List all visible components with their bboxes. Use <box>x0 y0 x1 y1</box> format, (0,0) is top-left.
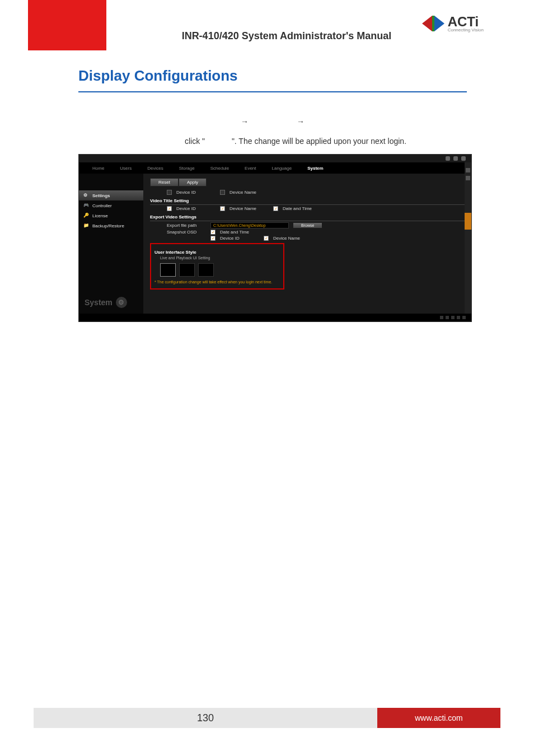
page-footer: 130 www.acti.com <box>34 708 500 728</box>
checkbox-vt-device-name[interactable]: ✓ <box>220 206 225 211</box>
arrow-icon: → <box>241 117 249 126</box>
checkbox-vt-datetime[interactable]: ✓ <box>273 206 278 211</box>
sidebar-item-settings[interactable]: ⚙ Settings <box>79 190 143 200</box>
menu-event[interactable]: Event <box>237 166 264 171</box>
apply-button[interactable]: Apply <box>179 178 207 186</box>
checkbox-device-name[interactable] <box>220 190 225 195</box>
gear-icon: ⚙ <box>83 193 89 198</box>
page-number: 130 <box>34 708 377 728</box>
checkbox-snap-device-name[interactable]: ✓ <box>264 236 269 241</box>
arrow-icon: → <box>297 117 305 126</box>
sidebar-footer: System ⚙ <box>85 297 127 308</box>
gear-large-icon: ⚙ <box>116 297 127 308</box>
sidebar-item-backup[interactable]: 📁 Backup/Restore <box>79 221 143 231</box>
titlebar-icon[interactable] <box>461 156 466 161</box>
ui-style-note: * The configuration change will take eff… <box>154 280 280 284</box>
manual-title: INR-410/420 System Administrator's Manua… <box>182 30 392 50</box>
sidebar-item-license[interactable]: 🔑 License <box>79 211 143 221</box>
window-titlebar <box>79 155 471 162</box>
export-path-input[interactable]: C:\Users\Wen.Cheng\Desktop <box>210 222 289 228</box>
browse-button[interactable]: Browse <box>293 223 322 228</box>
page-content: Display Configurations → → click " ". Th… <box>78 67 467 322</box>
svg-marker-1 <box>434 16 444 31</box>
menu-users[interactable]: Users <box>112 166 139 171</box>
ui-style-option-3[interactable] <box>198 263 214 277</box>
svg-marker-2 <box>432 16 434 31</box>
strip-icon[interactable] <box>466 168 470 172</box>
menu-language[interactable]: Language <box>264 166 300 171</box>
brand-tagline: Connecting Vision <box>448 27 484 32</box>
ui-style-option-2[interactable] <box>179 263 195 277</box>
folder-icon: 📁 <box>83 223 89 228</box>
menu-devices[interactable]: Devices <box>139 166 171 171</box>
status-icon <box>446 316 449 319</box>
controller-icon: 🎮 <box>83 203 89 208</box>
main-panel: Reset Apply Device ID Device Name Video … <box>143 174 471 314</box>
ui-style-sub: Live and Playback UI Setting <box>154 256 280 260</box>
checkbox-snap-datetime[interactable]: ✓ <box>210 230 216 235</box>
menu-storage[interactable]: Storage <box>171 166 203 171</box>
top-menu: Home Users Devices Storage Schedule Even… <box>79 162 471 174</box>
ui-style-header: User Interface Style <box>154 249 280 256</box>
logo-mark-icon <box>422 15 444 32</box>
menu-home[interactable]: Home <box>85 166 112 171</box>
menu-schedule[interactable]: Schedule <box>203 166 237 171</box>
section-title: Display Configurations <box>78 67 467 92</box>
export-path-label: Export file path <box>167 223 206 228</box>
sidebar: ⚙ Settings 🎮 Controller 🔑 License 📁 Back… <box>79 174 143 314</box>
titlebar-icon[interactable] <box>453 156 458 161</box>
key-icon: 🔑 <box>83 213 89 218</box>
status-icon <box>457 316 460 319</box>
ui-style-highlight: User Interface Style Live and Playback U… <box>150 243 284 290</box>
status-icon <box>440 316 443 319</box>
brand-logo: ACTi Connecting Vision <box>422 14 484 32</box>
reset-button[interactable]: Reset <box>150 178 179 186</box>
menu-system[interactable]: System <box>299 166 331 171</box>
export-header: Export Video Settings <box>150 213 465 221</box>
checkbox-snap-device-id[interactable]: ✓ <box>210 236 216 241</box>
video-title-header: Video Title Setting <box>150 197 465 205</box>
svg-marker-0 <box>422 16 432 31</box>
brand-name: ACTi <box>448 14 479 29</box>
checkbox-vt-device-id[interactable]: ✓ <box>167 206 172 211</box>
status-icon <box>451 316 455 319</box>
status-bar <box>79 314 471 321</box>
snapshot-osd-label: Snapshot OSD <box>167 230 206 235</box>
app-screenshot: Home Users Devices Storage Schedule Even… <box>78 154 472 322</box>
intro-line-2: click " ". The change will be applied up… <box>78 134 467 148</box>
intro-line-arrows: → → <box>78 115 467 129</box>
titlebar-icon[interactable] <box>446 156 450 161</box>
checkbox-device-id[interactable] <box>167 190 172 195</box>
status-icon <box>462 316 466 319</box>
ui-style-option-1[interactable] <box>160 263 176 277</box>
sidebar-item-controller[interactable]: 🎮 Controller <box>79 200 143 211</box>
footer-url: www.acti.com <box>377 708 500 728</box>
